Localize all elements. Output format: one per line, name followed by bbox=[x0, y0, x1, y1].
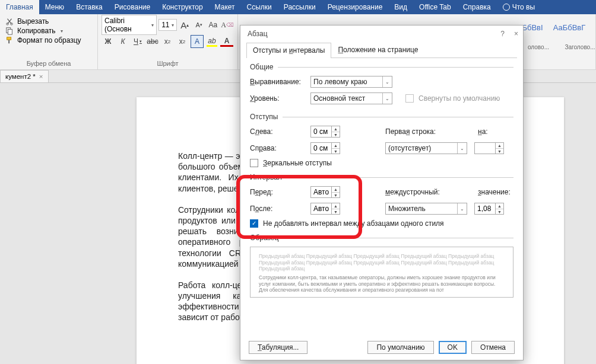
tab-insert[interactable]: Вставка bbox=[70, 0, 109, 14]
space-before-label: Перед: bbox=[250, 188, 306, 196]
outline-level-label: Уровень: bbox=[250, 94, 306, 103]
section-sample: Образец bbox=[250, 234, 513, 242]
by-label: на: bbox=[478, 127, 488, 136]
ribbon-tab-strip: Главная Меню Вставка Рисование Конструкт… bbox=[0, 0, 596, 14]
font-size-combo[interactable]: 11▾ bbox=[158, 19, 177, 31]
line-spacing-select[interactable]: Множитель⌄ bbox=[385, 203, 467, 215]
tab-line-page-breaks[interactable]: Положение на странице bbox=[331, 42, 424, 58]
dialog-titlebar[interactable]: Абзац ? × bbox=[240, 25, 523, 42]
clipboard-group: Вырезать Копировать ▾ Формат по образцу … bbox=[0, 14, 98, 69]
dialog-button-row: Табуляция... По умолчанию OK Отмена bbox=[249, 341, 515, 354]
space-after-spinner[interactable]: ▲▼ bbox=[310, 203, 340, 215]
tab-draw[interactable]: Рисование bbox=[109, 0, 156, 14]
tab-mailings[interactable]: Рассылки bbox=[278, 0, 322, 14]
close-icon[interactable]: × bbox=[514, 30, 518, 38]
no-space-same-style-label: Не добавлять интервал между абзацами одн… bbox=[263, 219, 444, 228]
tab-officetab[interactable]: Office Tab bbox=[413, 0, 457, 14]
format-painter-label: Формат по образцу bbox=[17, 36, 81, 44]
space-after-input[interactable] bbox=[311, 203, 331, 214]
tab-design[interactable]: Конструктор bbox=[156, 0, 208, 14]
copy-button[interactable]: Копировать ▾ bbox=[4, 26, 94, 36]
highlight-button[interactable]: ab bbox=[205, 35, 218, 48]
copy-icon bbox=[5, 27, 14, 35]
first-line-select[interactable]: (отсутствует)⌄ bbox=[385, 142, 467, 154]
outline-level-value: Основной текст bbox=[313, 94, 365, 103]
style-heading2[interactable]: АаБбВвГ Заголово... bbox=[550, 20, 588, 53]
subscript-button[interactable]: x2 bbox=[161, 35, 174, 48]
line-spacing-at-input[interactable] bbox=[475, 203, 495, 214]
font-name-combo[interactable]: Calibri (Основн▾ bbox=[102, 15, 157, 35]
first-line-label: Первая строка: bbox=[385, 127, 451, 136]
alignment-select[interactable]: По левому краю⌄ bbox=[310, 76, 392, 88]
italic-button[interactable]: К bbox=[116, 35, 129, 48]
bold-button[interactable]: Ж bbox=[102, 35, 115, 48]
outline-level-select[interactable]: Основной текст⌄ bbox=[310, 92, 392, 104]
indent-left-spinner[interactable]: ▲▼ bbox=[310, 126, 340, 138]
cancel-button[interactable]: Отмена bbox=[471, 341, 515, 354]
underline-button[interactable]: Ч▾ bbox=[131, 35, 144, 48]
indent-right-input[interactable] bbox=[311, 143, 331, 154]
ok-button[interactable]: OK bbox=[439, 341, 467, 354]
copy-label: Копировать bbox=[17, 27, 56, 35]
spinner-arrows[interactable]: ▲▼ bbox=[495, 143, 503, 154]
tab-review[interactable]: Рецензирование bbox=[322, 0, 389, 14]
help-icon[interactable]: ? bbox=[500, 30, 505, 38]
tab-menu[interactable]: Меню bbox=[39, 0, 70, 14]
tab-view[interactable]: Вид bbox=[388, 0, 413, 14]
caret-icon: ▾ bbox=[140, 39, 142, 44]
grow-font-button[interactable]: A▴ bbox=[179, 18, 191, 31]
preview-main-text: Сотрудники колл-центра, так называемые о… bbox=[259, 274, 505, 293]
spinner-arrows[interactable]: ▲▼ bbox=[331, 203, 340, 214]
spinner-arrows[interactable]: ▲▼ bbox=[495, 203, 503, 214]
line-spacing-value: Множитель bbox=[388, 205, 426, 213]
indent-left-input[interactable] bbox=[311, 126, 331, 137]
space-before-input[interactable] bbox=[311, 187, 331, 197]
strikethrough-button[interactable]: abc bbox=[146, 35, 159, 48]
tab-indents-spacing[interactable]: Отступы и интервалы bbox=[246, 43, 331, 58]
font-color-button[interactable]: A bbox=[220, 37, 233, 47]
section-general: Общие bbox=[250, 63, 513, 71]
lightbulb-icon bbox=[503, 4, 510, 11]
space-before-spinner[interactable]: ▲▼ bbox=[310, 186, 340, 198]
tab-help[interactable]: Справка bbox=[457, 0, 497, 14]
superscript-button[interactable]: x2 bbox=[176, 35, 189, 48]
document-tab[interactable]: кумент2 * × bbox=[0, 70, 49, 82]
tell-me[interactable]: Что вы bbox=[497, 0, 541, 14]
tab-home[interactable]: Главная bbox=[0, 0, 39, 14]
caret-icon: ⌄ bbox=[382, 76, 389, 87]
at-label: значение: bbox=[478, 188, 511, 196]
line-spacing-label: междустрочный: bbox=[385, 188, 451, 196]
format-painter-button[interactable]: Формат по образцу bbox=[4, 36, 94, 45]
space-after-label: После: bbox=[250, 205, 306, 213]
mirror-indents-label: Зеркальные отступы bbox=[263, 159, 332, 167]
shrink-font-button[interactable]: A▾ bbox=[193, 18, 205, 31]
font-group: Calibri (Основн▾ 11▾ A▴ A▾ Aa A⌫ Ж К Ч▾ … bbox=[98, 14, 238, 69]
collapsed-label: Свернуты по умолчанию bbox=[419, 94, 500, 103]
line-spacing-at-spinner[interactable]: ▲▼ bbox=[474, 203, 504, 215]
clear-format-button[interactable]: A⌫ bbox=[221, 18, 234, 31]
mirror-indents-checkbox[interactable] bbox=[250, 159, 258, 167]
first-line-by-input[interactable] bbox=[475, 143, 495, 154]
hotkey-underline: и bbox=[289, 46, 293, 55]
spinner-arrows[interactable]: ▲▼ bbox=[331, 126, 340, 137]
cut-button[interactable]: Вырезать bbox=[4, 17, 94, 26]
caret-icon: ⌄ bbox=[457, 143, 464, 154]
indent-left-label: Слева: bbox=[250, 127, 306, 136]
change-case-button[interactable]: Aa bbox=[207, 18, 220, 31]
copy-dropdown-icon[interactable]: ▾ bbox=[61, 28, 63, 34]
close-icon[interactable]: × bbox=[39, 73, 43, 80]
text-effects-button[interactable]: A bbox=[191, 35, 204, 48]
scissors-icon bbox=[5, 17, 14, 25]
tab-layout[interactable]: Макет bbox=[209, 0, 241, 14]
font-name-value: Calibri (Основн bbox=[104, 17, 150, 33]
first-line-by-spinner[interactable]: ▲▼ bbox=[474, 142, 504, 154]
tabs-button[interactable]: Табуляция... bbox=[249, 341, 307, 354]
indent-right-spinner[interactable]: ▲▼ bbox=[310, 142, 340, 154]
set-default-button[interactable]: По умолчанию bbox=[367, 341, 433, 354]
svg-rect-4 bbox=[7, 37, 11, 40]
spinner-arrows[interactable]: ▲▼ bbox=[331, 143, 340, 154]
no-space-same-style-checkbox[interactable] bbox=[250, 219, 258, 228]
spinner-arrows[interactable]: ▲▼ bbox=[331, 187, 340, 197]
alignment-label: Выравнивание: bbox=[250, 78, 306, 86]
tab-references[interactable]: Ссылки bbox=[241, 0, 278, 14]
